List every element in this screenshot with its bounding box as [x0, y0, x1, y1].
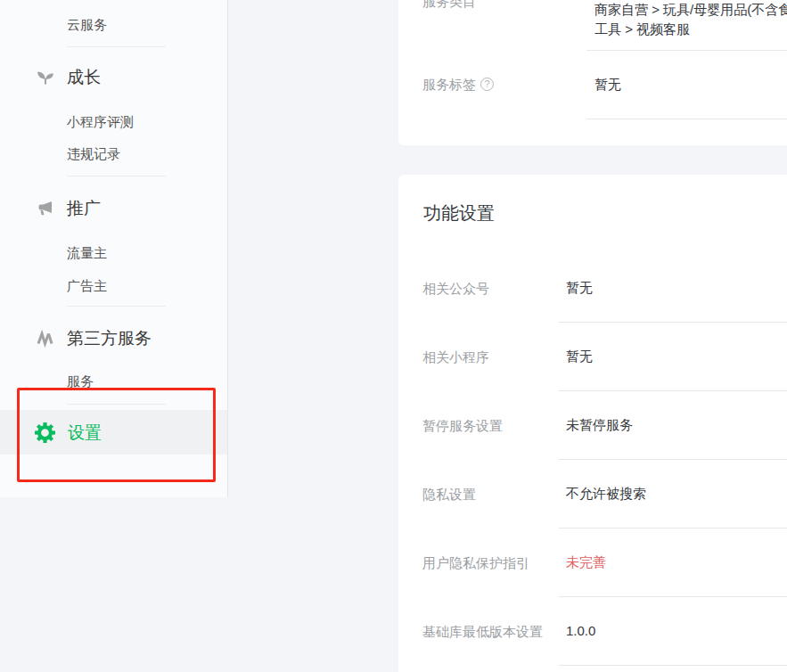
row-divider	[586, 50, 787, 51]
row-divider	[586, 119, 787, 119]
sidebar-item-cloud-service[interactable]: 云服务	[67, 17, 107, 32]
base-library-version-value: 1.0.0	[566, 621, 595, 641]
sidebar: 云服务 成长 小程序评测 违规记录 推广	[0, 0, 228, 497]
sidebar-section-label: 成长	[67, 66, 101, 88]
related-miniprogram-label: 相关小程序	[422, 349, 489, 365]
service-tag-label-text: 服务标签	[422, 77, 476, 92]
row-divider	[559, 596, 787, 597]
pause-service-label: 暂停服务设置	[422, 418, 503, 433]
sidebar-divider	[67, 404, 166, 405]
sidebar-divider	[67, 306, 166, 307]
row-divider	[559, 322, 787, 323]
row-divider	[559, 459, 787, 460]
related-official-account-label: 相关公众号	[422, 281, 489, 296]
row-divider	[559, 528, 787, 529]
privacy-settings-label: 隐私设置	[422, 487, 476, 502]
sidebar-item-settings-label: 设置	[68, 422, 102, 444]
sidebar-divider	[67, 46, 166, 47]
sidebar-section-third-party[interactable]: 第三方服务	[35, 327, 227, 349]
row-divider	[559, 665, 787, 666]
app-root: 云服务 成长 小程序评测 违规记录 推广	[0, 0, 787, 672]
card-title: 功能设置	[423, 202, 495, 224]
related-official-account-value: 暂无	[566, 278, 593, 298]
user-privacy-guide-label: 用户隐私保护指引	[422, 555, 529, 570]
sidebar-item-violation-records[interactable]: 违规记录	[67, 146, 120, 161]
gear-icon	[34, 422, 56, 444]
sidebar-item-settings[interactable]: 设置	[0, 410, 227, 455]
user-privacy-guide-value[interactable]: 未完善	[566, 553, 606, 572]
service-info-card: 服务类目 商家自营 > 玩具/母婴用品(不含食品 工具 > 视频客服 服务标签 …	[398, 0, 787, 145]
service-tag-label: 服务标签 ?	[422, 77, 494, 92]
megaphone-icon	[35, 198, 56, 219]
pause-service-value: 未暂停服务	[566, 415, 633, 435]
service-category-label: 服务类目	[422, 0, 476, 9]
row-divider	[559, 390, 787, 391]
sidebar-section-label: 推广	[67, 197, 101, 219]
sprout-icon	[35, 67, 56, 88]
sidebar-section-promotion[interactable]: 推广	[35, 197, 227, 219]
service-category-value-line1: 商家自营 > 玩具/母婴用品(不含食品	[594, 0, 787, 20]
service-tag-value: 暂无	[594, 75, 621, 94]
sidebar-section-growth[interactable]: 成长	[35, 66, 227, 88]
base-library-version-label: 基础库最低版本设置	[422, 624, 543, 639]
sidebar-section-label: 第三方服务	[67, 327, 152, 349]
service-category-value-line2: 工具 > 视频客服	[594, 20, 690, 39]
sidebar-item-miniprogram-evaluation[interactable]: 小程序评测	[67, 114, 134, 129]
sidebar-item-service[interactable]: 服务	[67, 373, 94, 389]
help-icon[interactable]: ?	[480, 78, 494, 91]
sidebar-divider	[67, 176, 166, 176]
sidebar-item-advertiser[interactable]: 广告主	[67, 278, 107, 293]
sidebar-item-traffic-monetization[interactable]: 流量主	[67, 245, 107, 260]
privacy-settings-value: 不允许被搜索	[566, 484, 646, 504]
function-settings-card: 功能设置 相关公众号 暂无 相关小程序 暂无 暂停服务设置 未暂停服务 隐私设置…	[398, 175, 787, 672]
related-miniprogram-value: 暂无	[566, 347, 593, 366]
third-party-icon	[35, 328, 56, 349]
